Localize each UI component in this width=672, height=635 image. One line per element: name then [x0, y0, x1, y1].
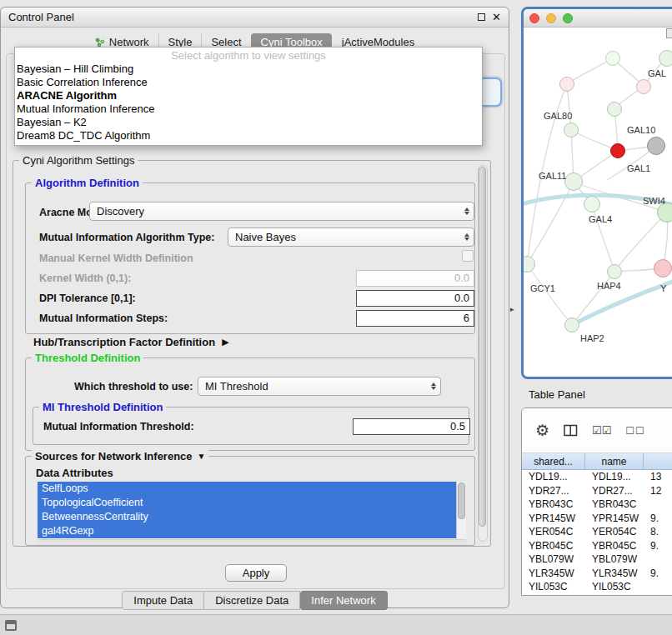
gear-icon[interactable]: ⚙ [535, 421, 549, 440]
network-window-titlebar[interactable] [524, 9, 672, 28]
network-node[interactable] [605, 51, 620, 66]
mac-close-button[interactable] [529, 13, 539, 23]
table-cell: YIL053C [585, 580, 644, 594]
table-row[interactable]: YLR345WYLR345W9. [522, 567, 672, 581]
table-row[interactable]: YER054CYER054C8. [522, 525, 672, 539]
restore-panel-icon[interactable] [5, 620, 17, 631]
splitter-collapse-arrow[interactable]: ▸ [510, 305, 514, 313]
network-node-label: HAP4 [597, 281, 621, 291]
mi-algorithm-type-select[interactable]: Naive Bayes [228, 228, 474, 247]
data-attribute-item[interactable]: SelfLoops [38, 482, 456, 496]
network-node[interactable] [564, 172, 583, 191]
algorithm-option[interactable]: Dream8 DC_TDC Algorithm [15, 129, 482, 142]
deselect-all-checkboxes-icon[interactable]: ☐☐ [625, 425, 645, 437]
status-strip [0, 614, 672, 635]
network-node[interactable] [607, 264, 622, 279]
float-window-icon[interactable] [478, 13, 485, 21]
network-node-label: GAL80 [544, 111, 572, 121]
table-cell: YLR345W [522, 567, 585, 581]
overview-toggle[interactable] [666, 28, 672, 38]
attributes-horizontal-scrollbar[interactable] [38, 539, 466, 545]
table-row[interactable]: YDL19...YDL19...13 [522, 470, 672, 484]
network-node[interactable] [610, 143, 625, 158]
algorithm-option[interactable]: Bayesian – Hill Climbing [15, 62, 482, 76]
manual-kernel-checkbox[interactable] [462, 250, 474, 262]
apply-button[interactable]: Apply [225, 564, 287, 582]
algorithm-option[interactable]: Mutual Information Inference [15, 102, 482, 116]
attributes-scrollbar[interactable] [456, 482, 466, 539]
kernel-width-field[interactable]: 0.0 [356, 270, 474, 287]
table-cell: YBR045C [585, 539, 644, 553]
network-node-layer: GALGAL80GAL10GAL11GAL1SWI4GAL4GCY1HAP4YH… [524, 28, 672, 379]
mac-minimize-button[interactable] [546, 13, 556, 23]
group-title: Cyni Algorithm Settings [19, 154, 138, 167]
table-cell [644, 580, 672, 594]
scrollbar-thumb[interactable] [458, 482, 465, 519]
network-node-label: GCY1 [530, 283, 555, 293]
settings-scrollbar[interactable] [478, 165, 488, 542]
network-node[interactable] [564, 318, 579, 332]
data-attribute-item[interactable]: TopologicalCoefficient [38, 496, 456, 510]
network-node[interactable] [647, 137, 665, 155]
threshold-definition-group: Threshold Definition Which threshold to … [25, 358, 475, 451]
table-row[interactable]: YBR045CYBR045C9. [522, 539, 672, 553]
network-node[interactable] [584, 196, 600, 212]
which-threshold-select[interactable]: MI Threshold [198, 377, 441, 396]
aracne-mode-select[interactable]: Discovery [89, 202, 474, 221]
network-node-label: HAP2 [580, 333, 604, 343]
table-cell: YBR045C [522, 539, 585, 553]
network-tab-icon [95, 38, 105, 48]
algorithm-option[interactable]: Basic Correlation Inference [15, 76, 482, 89]
network-node[interactable] [636, 79, 651, 94]
data-attributes-label: Data Attributes [36, 467, 113, 479]
window-title: Control Panel [8, 11, 74, 23]
column-header[interactable]: name [585, 453, 644, 469]
column-header[interactable] [644, 453, 672, 469]
table-row[interactable]: YPR145WYPR145W9. [522, 512, 672, 526]
data-attribute-item[interactable]: BetweennessCentrality [38, 510, 456, 524]
algorithm-dropdown-popup: Select algorithm to view settings Bayesi… [14, 47, 483, 146]
table-row[interactable]: YDR27...YDR27...12 [522, 484, 672, 498]
network-node[interactable] [607, 102, 622, 117]
network-node[interactable] [659, 50, 672, 67]
bottom-tab-impute-data[interactable]: Impute Data [122, 591, 204, 610]
columns-icon[interactable] [564, 424, 578, 437]
table-row[interactable]: YBR043CYBR043C [522, 498, 672, 512]
table-cell: YPR145W [522, 512, 585, 526]
algorithm-definition-group: Algorithm Definition Aracne Mode: Discov… [25, 182, 475, 334]
network-node[interactable] [521, 256, 535, 272]
mi-threshold-field[interactable]: 0.5 [353, 418, 470, 435]
table-cell: 9. [644, 567, 672, 581]
algorithm-option[interactable]: ARACNE Algorithm [15, 89, 482, 102]
mac-zoom-button[interactable] [563, 13, 573, 23]
algorithm-option[interactable]: Bayesian – K2 [15, 116, 482, 129]
mi-algorithm-type-value: Naive Bayes [235, 231, 464, 243]
control-panel-titlebar[interactable]: Control Panel ✕ [1, 8, 509, 28]
close-icon[interactable]: ✕ [492, 12, 501, 22]
network-node[interactable] [564, 122, 579, 138]
table-row[interactable]: YBL079WYBL079W [522, 552, 672, 567]
mi-steps-field[interactable]: 6 [356, 310, 474, 327]
network-canvas[interactable]: GALGAL80GAL10GAL11GAL1SWI4GAL4GCY1HAP4YH… [524, 28, 672, 377]
hub-definition-toggle[interactable]: Hub/Transcription Factor Definition ▶ [33, 336, 229, 348]
bottom-tab-discretize-data[interactable]: Discretize Data [204, 591, 300, 610]
table-row[interactable]: YIL053CYIL053C [522, 580, 672, 594]
dpi-tolerance-field[interactable]: 0.0 [356, 290, 474, 307]
control-panel-window: Control Panel ✕ NetworkStyleSelectCyni T… [0, 7, 509, 608]
network-node-label: Y [660, 283, 666, 293]
network-node[interactable] [559, 77, 574, 92]
network-node-label: GAL [648, 68, 666, 78]
collapse-arrow-icon: ▼ [198, 450, 206, 462]
scrollbar-thumb[interactable] [479, 167, 486, 527]
column-header[interactable]: shared... [522, 453, 585, 469]
combo-stepper-icon [464, 233, 474, 241]
network-view-window: GALGAL80GAL10GAL11GAL1SWI4GAL4GCY1HAP4YH… [521, 7, 672, 379]
sources-toggle[interactable]: Sources for Network Inference ▼ [32, 450, 208, 462]
bottom-tab-infer-network[interactable]: Infer Network [300, 591, 387, 610]
data-attribute-item[interactable]: gal4RGexp [38, 524, 456, 538]
table-cell: 9. [644, 512, 672, 526]
group-title: Threshold Definition [32, 352, 143, 364]
network-node[interactable] [654, 259, 672, 278]
select-all-checkboxes-icon[interactable]: ☑☑ [592, 424, 611, 437]
table-cell: YDL19... [585, 470, 644, 484]
